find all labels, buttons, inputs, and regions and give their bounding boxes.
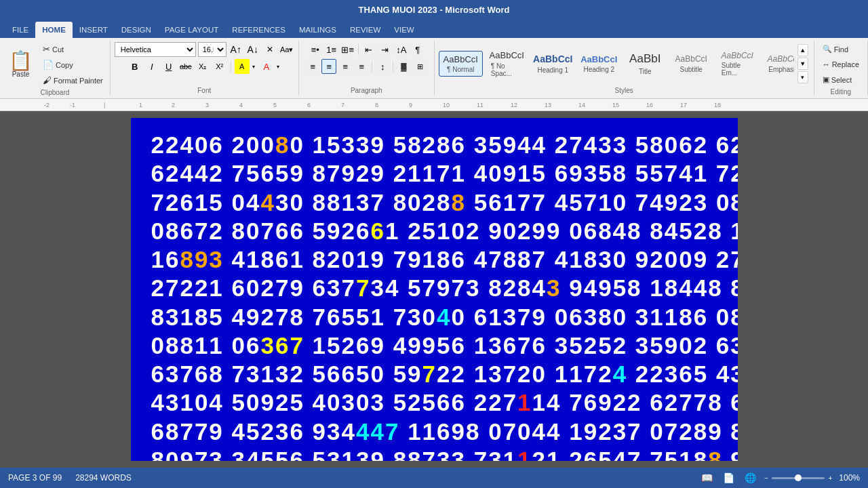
select-icon: ▣ xyxy=(823,75,829,84)
style-no-spacing[interactable]: AaBbCcI ¶ No Spac... xyxy=(485,47,529,81)
strikethrough-button[interactable]: abc xyxy=(178,59,193,74)
italic-button[interactable]: I xyxy=(144,59,159,74)
ruler-mark-4: 4 xyxy=(239,102,243,108)
find-button[interactable]: 🔍 Find xyxy=(818,42,852,56)
copy-button[interactable]: 📄 Copy xyxy=(40,58,106,72)
zoom-track[interactable] xyxy=(772,477,825,479)
bullets-button[interactable]: ≡• xyxy=(308,42,323,57)
decrease-font-button[interactable]: A↓ xyxy=(245,42,260,57)
editing-controls: 🔍 Find ↔ Replace ▣ Select xyxy=(818,42,863,87)
ruler-mark-7: 7 xyxy=(341,102,344,108)
style-normal[interactable]: AaBbCcI ¶ Normal xyxy=(439,51,483,77)
tab-page-layout[interactable]: PAGE LAYOUT xyxy=(158,22,225,38)
zoom-slider[interactable]: − + xyxy=(764,473,832,483)
shading-button[interactable]: ▓ xyxy=(396,59,411,74)
style-title-preview: AaBbI xyxy=(629,52,660,66)
ruler-inner: -2 -1 | 1 2 3 4 5 6 7 8 9 10 11 12 13 14… xyxy=(44,99,824,110)
tab-mailings[interactable]: MAILINGS xyxy=(292,22,343,38)
doc-line-3: 72615 04430 88137 80288 56177 45710 7492… xyxy=(151,189,717,216)
replace-button[interactable]: ↔ Replace xyxy=(818,58,863,71)
style-title[interactable]: AaBbI Title xyxy=(623,49,667,78)
doc-line-9: 63768 73132 56650 59722 13720 11724 2236… xyxy=(151,361,717,388)
paragraph-group-label: Paragraph xyxy=(303,85,430,94)
copy-icon: 📄 xyxy=(43,60,54,70)
numbering-button[interactable]: 1≡ xyxy=(324,42,339,57)
highlight-color-arrow[interactable]: ▾ xyxy=(250,59,257,74)
styles-scroll: ▲ ▼ ▾ xyxy=(796,43,810,85)
style-subtitle[interactable]: AaBbCcI Subtitle xyxy=(669,51,713,76)
tab-review[interactable]: REVIEW xyxy=(343,22,387,38)
ruler-mark-15: 15 xyxy=(612,102,619,108)
tab-insert[interactable]: INSERT xyxy=(73,22,115,38)
ruler-mark-9: 9 xyxy=(409,102,412,108)
subscript-button[interactable]: X₂ xyxy=(195,59,210,74)
paragraph-group: ≡• 1≡ ⊞≡ ⇤ ⇥ ↕A ¶ ≡ ≡ ≡ ≡ ↕ ▓ ⊞ Paragra xyxy=(299,41,435,96)
para-row1: ≡• 1≡ ⊞≡ ⇤ ⇥ ↕A ¶ xyxy=(308,42,425,57)
tab-file[interactable]: FILE xyxy=(5,22,35,38)
read-view-button[interactable]: 📖 xyxy=(699,470,714,485)
ribbon: 📋 Paste ✂ Cut 📄 Copy 🖌 Format Painter Cl… xyxy=(0,38,868,99)
style-normal-preview: AaBbCcI xyxy=(443,54,478,65)
paste-button[interactable]: 📋 Paste xyxy=(4,48,37,81)
ruler-mark-10: 10 xyxy=(443,102,450,108)
doc-line-10: 43104 50925 40303 52566 227114 76922 627… xyxy=(151,389,717,416)
web-view-button[interactable]: 🌐 xyxy=(743,470,757,485)
style-subtle-em-preview: AaBbCcI xyxy=(722,51,753,60)
change-case-button[interactable]: Aa▾ xyxy=(279,42,294,57)
increase-indent-button[interactable]: ⇥ xyxy=(378,42,393,57)
ruler-mark-2: 2 xyxy=(172,102,175,108)
style-emphasis[interactable]: AaBbCcI Emphasis xyxy=(762,51,794,76)
borders-button[interactable]: ⊞ xyxy=(412,59,427,74)
ruler-mark-8: 8 xyxy=(375,102,378,108)
style-emphasis-preview: AaBbCcI xyxy=(768,54,794,64)
document-page[interactable]: 22406 20080 15339 58286 35944 27433 5806… xyxy=(131,118,738,461)
ruler-mark-16: 16 xyxy=(646,102,653,108)
tab-references[interactable]: REFERENCES xyxy=(225,22,292,38)
tab-design[interactable]: DESIGN xyxy=(115,22,158,38)
zoom-in-icon[interactable]: + xyxy=(828,474,832,482)
divider xyxy=(358,44,359,55)
zoom-out-icon[interactable]: − xyxy=(764,474,768,482)
style-subtle-em[interactable]: AaBbCcI Subtle Em... xyxy=(715,47,760,80)
tab-view[interactable]: VIEW xyxy=(387,22,420,38)
tab-home[interactable]: HOME xyxy=(35,22,73,38)
ruler-mark-18: 18 xyxy=(714,102,721,108)
font-size-select[interactable]: 16.5 xyxy=(198,42,226,57)
align-left-button[interactable]: ≡ xyxy=(305,59,320,74)
clipboard-group-label: Clipboard xyxy=(4,87,106,96)
format-painter-button[interactable]: 🖌 Format Painter xyxy=(40,73,106,87)
superscript-button[interactable]: X² xyxy=(212,59,227,74)
sort-button[interactable]: ↕A xyxy=(394,42,409,57)
multilevel-button[interactable]: ⊞≡ xyxy=(340,42,355,57)
justify-button[interactable]: ≡ xyxy=(354,59,369,74)
show-hide-button[interactable]: ¶ xyxy=(410,42,425,57)
divider xyxy=(393,61,393,72)
align-right-button[interactable]: ≡ xyxy=(338,59,353,74)
cut-button[interactable]: ✂ Cut xyxy=(40,42,106,56)
copy-label: Copy xyxy=(56,61,73,69)
clear-format-button[interactable]: ✕ xyxy=(262,42,277,57)
font-name-select[interactable]: Helvetica xyxy=(115,42,196,57)
format-painter-icon: 🖌 xyxy=(43,75,52,85)
font-color-button[interactable]: A xyxy=(259,59,274,74)
style-heading2[interactable]: AaBbCcI Heading 2 xyxy=(577,51,621,77)
align-center-button[interactable]: ≡ xyxy=(321,59,336,74)
line-spacing-button[interactable]: ↕ xyxy=(375,59,390,74)
highlight-button[interactable]: A xyxy=(235,59,250,74)
style-subtle-em-label: Subtle Em... xyxy=(722,62,753,77)
styles-scroll-down[interactable]: ▼ xyxy=(797,58,808,70)
styles-expand[interactable]: ▾ xyxy=(797,71,808,83)
styles-scroll-up[interactable]: ▲ xyxy=(797,44,808,56)
word-count: 28294 WORDS xyxy=(75,473,132,483)
style-heading1-label: Heading 1 xyxy=(537,66,568,74)
underline-button[interactable]: U xyxy=(161,59,176,74)
style-heading1[interactable]: AaBbCcI Heading 1 xyxy=(531,50,575,77)
bold-button[interactable]: B xyxy=(127,59,142,74)
decrease-indent-button[interactable]: ⇤ xyxy=(361,42,376,57)
font-color-arrow[interactable]: ▾ xyxy=(275,59,281,74)
increase-font-button[interactable]: A↑ xyxy=(229,42,243,57)
select-button[interactable]: ▣ Select xyxy=(818,73,856,87)
print-view-button[interactable]: 📄 xyxy=(721,470,736,485)
ribbon-tabs: FILE HOME INSERT DESIGN PAGE LAYOUT REFE… xyxy=(0,19,868,38)
document-area[interactable]: 22406 20080 15339 58286 35944 27433 5806… xyxy=(0,111,868,468)
